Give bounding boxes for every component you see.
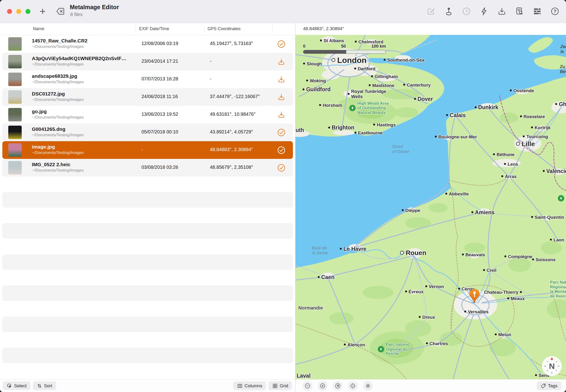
city-dot: [493, 153, 495, 155]
table-row[interactable]: A3pQuViEy54adKQ1WNEPB2Q2nSvlF…~/Document…: [2, 53, 293, 70]
current-location-button[interactable]: [333, 381, 343, 391]
columns-icon: [237, 383, 243, 389]
city-dot: [471, 211, 473, 213]
map-label: Roeselare: [520, 113, 545, 119]
city-dot: [535, 374, 537, 376]
map-label: Laon: [550, 237, 564, 243]
select-button[interactable]: Select: [3, 381, 30, 390]
exif-datetime: 03/08/2018 03:26: [142, 165, 178, 170]
gps-coordinates: 43.89214°, 4.05729°: [210, 129, 253, 135]
city-dot: [543, 170, 545, 172]
map-label: Chelmsford: [355, 38, 383, 44]
compass-north-label: N: [549, 362, 555, 371]
document-inspect-icon[interactable]: [515, 6, 524, 16]
history-clock-icon[interactable]: [462, 6, 471, 16]
city-dot: [504, 255, 506, 257]
tags-button[interactable]: Tags: [537, 381, 561, 390]
edit-icon[interactable]: [426, 6, 436, 16]
metadata-list-icon[interactable]: [532, 6, 542, 16]
zoom-out-button[interactable]: [303, 381, 312, 391]
status-import-icon[interactable]: [277, 75, 286, 84]
city-dot: [426, 342, 428, 344]
city-dot: [531, 216, 533, 218]
scale-end-label: 100 km: [371, 44, 386, 49]
status-import-icon[interactable]: [277, 93, 286, 101]
sort-button[interactable]: Sort: [33, 381, 56, 390]
city-dot: [501, 175, 503, 177]
table-row[interactable]: andscape68329.jpg~/Documents/Testing/Ima…: [2, 70, 293, 88]
scale-start-label: 0: [303, 44, 305, 49]
table-row[interactable]: go.jpg~/Documents/Testing/Images13/06/20…: [2, 106, 293, 124]
city-dot: [520, 115, 522, 117]
exif-datetime: 05/07/2018 00:10: [142, 129, 178, 135]
status-check-icon[interactable]: [277, 164, 286, 172]
svg-text:?: ?: [553, 9, 557, 14]
column-divider[interactable]: [204, 26, 204, 32]
minimize-window-button[interactable]: [16, 9, 21, 14]
map-label: High Weald Areaof OutstandingNatural Bea…: [349, 101, 389, 115]
city-dot: [425, 285, 427, 287]
column-header-name[interactable]: Name: [33, 26, 44, 31]
status-import-icon[interactable]: [277, 111, 286, 119]
map-view[interactable]: LondonSt AlbansChelmsfordSouthend-on-Sea…: [296, 35, 566, 379]
column-divider[interactable]: [272, 26, 273, 32]
table-row[interactable]: DSC01272.jpg~/Documents/Testing/Images24…: [2, 88, 293, 106]
map-label: Saint-Quentin: [531, 214, 564, 220]
compass-control[interactable]: N: [541, 355, 563, 377]
city-dot: [550, 239, 552, 241]
check-circle-icon: [277, 40, 286, 48]
status-check-icon[interactable]: [277, 40, 286, 48]
map-label: Beauvais: [462, 252, 485, 257]
table-row[interactable]: G0041265.dng~/Documents/Testing/Images05…: [2, 124, 293, 141]
select-label: Select: [14, 383, 27, 389]
map-pin-marker[interactable]: [469, 289, 481, 303]
map-coordinates-readout: 48.84883°, 2.30894°: [303, 26, 344, 31]
import-icon[interactable]: [497, 6, 507, 16]
map-label: Slough: [303, 61, 322, 67]
check-circle-icon: [277, 164, 286, 172]
city-dot: [464, 310, 466, 312]
window-toolbar: + MetaImage Editor 8 files: [0, 0, 566, 23]
status-check-icon[interactable]: [277, 128, 286, 137]
close-window-button[interactable]: [7, 9, 12, 14]
city-dot: [320, 40, 322, 42]
lightning-icon[interactable]: [479, 6, 489, 16]
city-dot: [475, 106, 476, 108]
map-settings-gear-button[interactable]: [363, 381, 373, 391]
location-pin-icon[interactable]: [444, 6, 454, 16]
map-pane: 48.84883°, 2.30894°: [296, 23, 566, 379]
import-arrow-icon: [277, 111, 286, 119]
map-label: Kortrijk: [531, 124, 551, 130]
column-divider[interactable]: [136, 26, 136, 32]
status-import-icon[interactable]: [277, 57, 286, 66]
city-dot: [319, 104, 321, 106]
table-row[interactable]: 14570_Raw_Challe.CR2~/Documents/Testing/…: [2, 35, 293, 53]
map-label: Versailles: [464, 308, 489, 314]
city-dot: [384, 59, 386, 61]
center-pin-button[interactable]: [348, 381, 358, 391]
backspace-clear-icon[interactable]: [55, 6, 66, 16]
park-tree-icon: [378, 346, 384, 352]
city-dot: [368, 84, 370, 86]
table-row[interactable]: IMG_0522 2.heic~/Documents/Testing/Image…: [2, 159, 293, 177]
columns-view-button[interactable]: Columns: [233, 381, 266, 390]
map-label: Laval: [297, 372, 311, 379]
table-row[interactable]: image.jpg~/Documents/Testing/Images-48.8…: [2, 141, 293, 159]
zoom-in-button[interactable]: [318, 381, 327, 391]
add-files-button[interactable]: +: [40, 5, 46, 17]
map-label: Chartres: [426, 340, 448, 346]
import-arrow-icon: [277, 75, 286, 84]
column-header-gps[interactable]: GPS Coordinates: [208, 26, 241, 31]
column-header-exif[interactable]: EXIF Date/Time: [139, 26, 169, 31]
map-label: Meaux: [507, 295, 525, 301]
status-check-icon[interactable]: [277, 146, 286, 154]
file-count: 8 files: [70, 12, 83, 17]
map-label: Parc naturelrégional duPerche: [378, 342, 409, 356]
zoom-window-button[interactable]: [26, 9, 30, 14]
help-icon[interactable]: ?: [550, 6, 560, 16]
map-label: Caen: [318, 273, 334, 281]
map-label: Dunkirk: [475, 103, 498, 111]
map-label: Parc NatureRégional dela Montagnede Reim: [550, 280, 566, 298]
grid-view-button[interactable]: Grid: [268, 381, 292, 390]
city-ring-dot: [332, 58, 335, 62]
